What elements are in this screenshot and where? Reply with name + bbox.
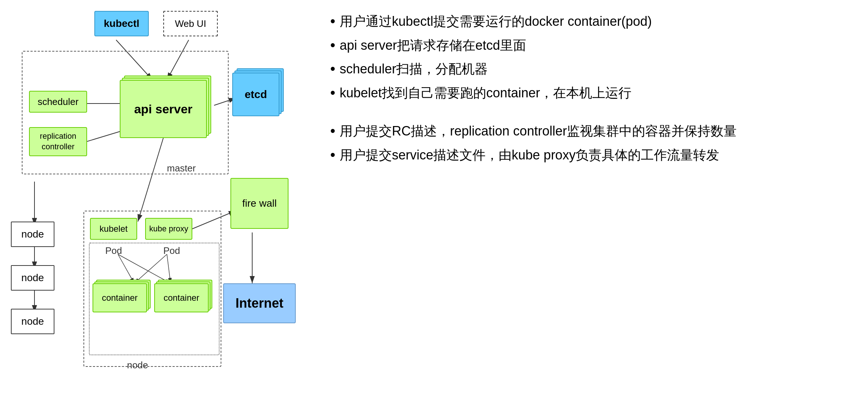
replication-controller-box: replicationcontroller: [29, 127, 87, 156]
bullet-5: 用户提交RC描述，replication controller监视集群中的容器并…: [330, 121, 857, 142]
webui-box: Web UI: [163, 11, 218, 36]
bullet-3: scheduler扫描，分配机器: [330, 58, 857, 80]
container2-front: container: [154, 283, 209, 312]
scheduler-box: scheduler: [29, 91, 87, 113]
master-label: master: [167, 163, 196, 174]
container1-front: container: [93, 283, 147, 312]
apiserver-front: api server: [120, 80, 207, 138]
node-bottom-label: node: [127, 360, 148, 371]
kubeproxy-box: kube proxy: [145, 218, 192, 240]
text-area: 用户通过kubectl提交需要运行的docker container(pod) …: [308, 7, 857, 394]
bullet-6: 用户提交service描述文件，由kube proxy负责具体的工作流量转发: [330, 145, 857, 166]
node-box-1: node: [11, 222, 54, 247]
etcd-stacked: etcd: [232, 73, 279, 116]
pod2-label: Pod: [163, 245, 180, 256]
firewall-box: fire wall: [230, 178, 288, 229]
pod1-label: Pod: [105, 245, 122, 256]
container2-stacked: container: [154, 283, 209, 312]
node-box-3: node: [11, 309, 54, 334]
internet-box: Internet: [223, 283, 296, 323]
diagram-area: kubectl Web UI master scheduler replicat…: [11, 7, 308, 394]
kubelet-box: kubelet: [90, 218, 137, 240]
container1-stacked: container: [93, 283, 147, 312]
bullet-4: kubelet找到自己需要跑的container，在本机上运行: [330, 82, 857, 104]
kubectl-box: kubectl: [94, 11, 149, 36]
apiserver-stacked: api server: [120, 80, 207, 138]
bullet-1: 用户通过kubectl提交需要运行的docker container(pod): [330, 11, 857, 32]
node-box-2: node: [11, 265, 54, 291]
etcd-front: etcd: [232, 73, 279, 116]
bullet-2: api server把请求存储在etcd里面: [330, 35, 857, 56]
